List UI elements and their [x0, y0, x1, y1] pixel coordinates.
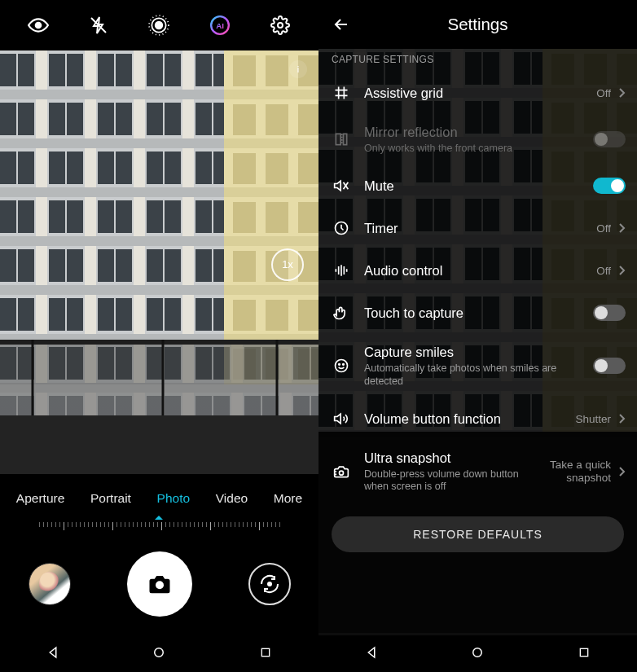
viewfinder[interactable]: i 1x: [0, 51, 318, 478]
toggle-mirror: [593, 131, 626, 147]
toggle-touch-capture[interactable]: [593, 305, 626, 321]
mode-portrait[interactable]: Portrait: [90, 491, 131, 506]
volume-icon: [332, 411, 351, 427]
android-navbar-left: [0, 633, 318, 672]
flash-off-icon[interactable]: [84, 11, 113, 40]
toggle-mute[interactable]: [593, 178, 626, 194]
mode-selector[interactable]: Aperture Portrait Photo Video More: [0, 478, 318, 519]
zoom-badge[interactable]: 1x: [271, 248, 304, 281]
row-mirror-reflection: Mirror reflection Only works with the fr…: [318, 114, 637, 165]
svg-point-31: [155, 648, 164, 657]
touch-icon: [332, 305, 351, 321]
row-ultra-snapshot[interactable]: Ultra snapshot Double-press volume down …: [318, 440, 637, 503]
row-assistive-grid[interactable]: Assistive grid Off: [318, 72, 637, 114]
row-title: Touch to capture: [364, 305, 580, 322]
row-value: Off: [596, 87, 611, 99]
nav-recent-icon[interactable]: [257, 644, 274, 661]
row-subtitle: Only works with the front camera: [364, 143, 580, 156]
row-title: Mirror reflection: [364, 124, 580, 141]
svg-point-30: [267, 582, 272, 586]
svg-rect-21: [224, 51, 318, 384]
audio-levels-icon: [332, 262, 351, 279]
nav-recent-icon[interactable]: [576, 644, 592, 661]
svg-point-43: [336, 360, 348, 372]
chevron-right-icon: [617, 87, 626, 99]
row-value: Off: [596, 265, 611, 277]
row-title: Mute: [364, 178, 580, 195]
section-label: CAPTURE SETTINGS: [318, 49, 637, 72]
restore-label: RESTORE DEFAULTS: [413, 528, 543, 541]
nav-back-icon[interactable]: [363, 644, 380, 661]
timer-icon: [332, 220, 351, 236]
svg-rect-32: [261, 648, 269, 656]
mode-more[interactable]: More: [274, 491, 302, 506]
svg-rect-38: [336, 134, 340, 144]
row-audio-control[interactable]: Audio control Off: [318, 249, 637, 292]
row-title: Capture smiles: [364, 344, 580, 361]
settings-gear-icon[interactable]: [266, 11, 295, 40]
shutter-button[interactable]: [127, 551, 192, 617]
ai-icon[interactable]: AI: [205, 11, 235, 40]
mirror-icon: [332, 131, 351, 147]
camera-pane: AI i 1x Aperture Portrait Photo Video Mo…: [0, 0, 318, 672]
svg-point-44: [339, 364, 340, 366]
row-value: Shutter: [575, 413, 611, 425]
svg-rect-22: [0, 340, 318, 345]
mode-photo[interactable]: Photo: [157, 491, 191, 506]
row-value: Off: [596, 222, 611, 235]
chevron-right-icon: [617, 413, 626, 424]
row-subtitle: Automatically take photos when smiles ar…: [364, 362, 580, 388]
svg-rect-24: [0, 345, 318, 422]
camera-fast-icon: [332, 463, 351, 480]
svg-point-45: [343, 364, 345, 366]
row-title: Timer: [364, 220, 583, 237]
toggle-capture-smiles[interactable]: [593, 358, 626, 374]
mode-ticks: [0, 522, 318, 535]
svg-rect-28: [0, 415, 318, 474]
switch-camera-button[interactable]: [248, 563, 291, 605]
mode-aperture[interactable]: Aperture: [16, 491, 64, 506]
row-title: Assistive grid: [364, 85, 583, 102]
settings-title: Settings: [318, 15, 637, 34]
svg-point-29: [156, 581, 164, 589]
svg-text:AI: AI: [216, 21, 224, 30]
row-volume-button[interactable]: Volume button function Shutter: [318, 397, 637, 440]
android-navbar-right: [318, 633, 637, 672]
target-icon[interactable]: [144, 11, 174, 40]
row-title: Volume button function: [364, 411, 562, 428]
zoom-label: 1x: [282, 258, 293, 270]
chevron-right-icon: [617, 466, 626, 477]
row-timer[interactable]: Timer Off: [318, 207, 637, 249]
eye-icon[interactable]: [24, 11, 53, 40]
chevron-right-icon: [617, 222, 626, 234]
camera-top-toolbar: AI: [0, 0, 318, 51]
row-touch-capture[interactable]: Touch to capture: [318, 292, 637, 334]
mute-icon: [332, 178, 351, 194]
nav-home-icon[interactable]: [151, 644, 167, 661]
row-capture-smiles[interactable]: Capture smiles Automatically take photos…: [318, 334, 637, 397]
camera-bottom-bar: [0, 535, 318, 633]
settings-header: Settings: [318, 0, 637, 49]
settings-list: CAPTURE SETTINGS Assistive grid Off Mirr…: [318, 49, 637, 565]
row-value: Take a quick snapshot: [544, 459, 611, 485]
svg-point-46: [340, 471, 344, 475]
svg-point-11: [36, 23, 42, 29]
svg-point-13: [156, 22, 163, 29]
mode-indicator: [0, 516, 318, 520]
nav-back-icon[interactable]: [45, 644, 61, 661]
info-icon[interactable]: i: [289, 60, 307, 78]
restore-defaults-button[interactable]: RESTORE DEFAULTS: [332, 516, 624, 552]
nav-home-icon[interactable]: [469, 644, 485, 661]
svg-rect-48: [580, 648, 587, 656]
settings-pane: Settings CAPTURE SETTINGS Assistive grid…: [318, 0, 637, 672]
row-subtitle: Double-press volume down button when scr…: [364, 468, 531, 494]
gallery-thumbnail[interactable]: [29, 563, 71, 605]
mode-video[interactable]: Video: [216, 491, 248, 506]
svg-point-47: [473, 648, 482, 657]
back-arrow-icon[interactable]: [332, 15, 351, 34]
grid-icon: [332, 85, 351, 101]
svg-rect-39: [344, 134, 347, 144]
row-title: Ultra snapshot: [364, 450, 531, 467]
row-mute[interactable]: Mute: [318, 165, 637, 207]
smile-icon: [332, 358, 351, 374]
